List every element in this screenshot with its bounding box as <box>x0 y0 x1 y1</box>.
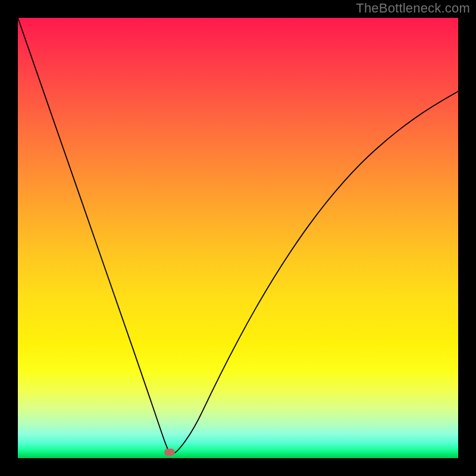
watermark-text: TheBottleneck.com <box>356 1 470 16</box>
curve-line <box>18 18 458 453</box>
minimum-marker <box>164 449 175 456</box>
plot-area <box>18 18 458 458</box>
chart-frame: TheBottleneck.com <box>0 0 476 476</box>
curve-svg <box>18 18 458 458</box>
